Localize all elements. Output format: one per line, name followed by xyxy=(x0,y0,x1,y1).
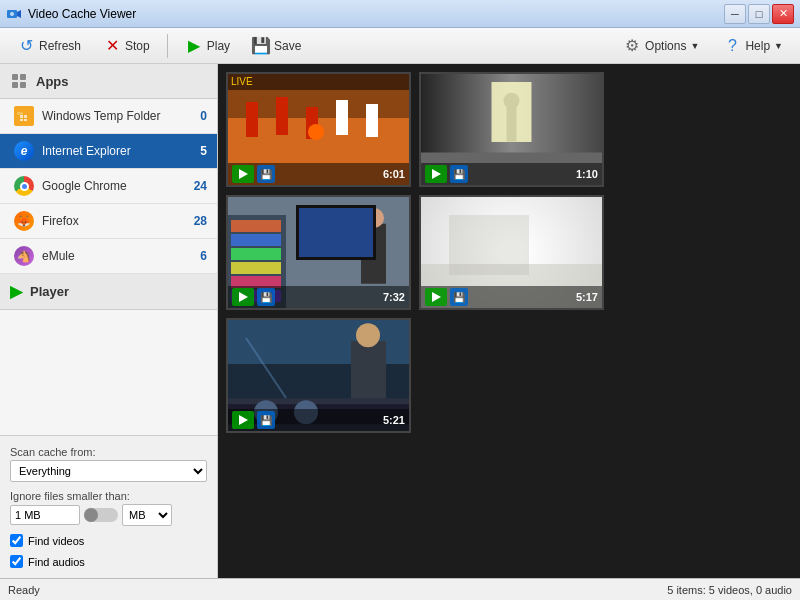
scan-cache-label: Scan cache from: xyxy=(10,446,207,458)
help-button[interactable]: ? Help ▼ xyxy=(714,33,792,59)
player-label: Player xyxy=(30,284,69,299)
video-play-btn-3[interactable] xyxy=(232,288,254,306)
save-button[interactable]: 💾 Save xyxy=(243,33,310,59)
windows-temp-count: 0 xyxy=(200,109,207,123)
title-controls: ─ □ ✕ xyxy=(724,4,794,24)
video-duration-3: 7:32 xyxy=(383,291,405,303)
stop-label: Stop xyxy=(125,39,150,53)
help-label: Help xyxy=(745,39,770,53)
scan-cache-section: Scan cache from: Everything xyxy=(10,446,207,482)
scan-cache-dropdown[interactable]: Everything xyxy=(10,460,207,482)
firefox-icon: 🦊 xyxy=(14,211,34,231)
player-section-header: ▶ Player xyxy=(0,274,217,310)
toolbar-right: ⚙ Options ▼ ? Help ▼ xyxy=(614,33,792,59)
ie-label: Internet Explorer xyxy=(42,144,192,158)
video-play-btn-5[interactable] xyxy=(232,411,254,429)
player-play-icon: ▶ xyxy=(10,282,22,301)
title-text: Video Cache Viewer xyxy=(28,7,136,21)
video-thumb-1[interactable]: 💾 6:01 xyxy=(226,72,411,187)
video-thumb-3[interactable]: 💾 7:32 xyxy=(226,195,411,310)
firefox-label: Firefox xyxy=(42,214,186,228)
sidebar-item-emule[interactable]: 🐴 eMule 6 xyxy=(0,239,217,274)
video-save-btn-3[interactable]: 💾 xyxy=(257,288,275,306)
video-thumb-4[interactable]: 💾 5:17 xyxy=(419,195,604,310)
video-duration-5: 5:21 xyxy=(383,414,405,426)
video-thumb-5[interactable]: 💾 5:21 xyxy=(226,318,411,433)
maximize-button[interactable]: □ xyxy=(748,4,770,24)
sidebar-item-firefox[interactable]: 🦊 Firefox 28 xyxy=(0,204,217,239)
sidebar-bottom-controls: Scan cache from: Everything Ignore files… xyxy=(0,435,217,578)
ignore-size-input[interactable] xyxy=(10,505,80,525)
chrome-label: Google Chrome xyxy=(42,179,186,193)
toggle-thumb xyxy=(84,508,98,522)
minimize-button[interactable]: ─ xyxy=(724,4,746,24)
chrome-count: 24 xyxy=(194,179,207,193)
find-audios-label: Find audios xyxy=(28,556,85,568)
svg-rect-10 xyxy=(24,115,27,118)
svg-rect-4 xyxy=(20,74,26,80)
video-duration-4: 5:17 xyxy=(576,291,598,303)
refresh-button[interactable]: ↺ Refresh xyxy=(8,33,90,59)
player-area xyxy=(0,310,217,435)
stop-button[interactable]: ✕ Stop xyxy=(94,33,159,59)
video-overlay-2: 💾 1:10 xyxy=(421,163,602,185)
options-label: Options xyxy=(645,39,686,53)
toolbar-separator-1 xyxy=(167,34,168,58)
windows-temp-label: Windows Temp Folder xyxy=(42,109,192,123)
help-chevron-icon: ▼ xyxy=(774,41,783,51)
video-play-btn-2[interactable] xyxy=(425,165,447,183)
find-videos-label: Find videos xyxy=(28,535,84,547)
find-videos-checkbox[interactable] xyxy=(10,534,23,547)
sidebar-item-internet-explorer[interactable]: e Internet Explorer 5 xyxy=(0,134,217,169)
svg-rect-6 xyxy=(20,82,26,88)
windows-temp-icon xyxy=(14,106,34,126)
play-icon: ▶ xyxy=(185,37,203,55)
status-text: Ready xyxy=(8,584,40,596)
video-thumb-2[interactable]: 💾 1:10 xyxy=(419,72,604,187)
refresh-label: Refresh xyxy=(39,39,81,53)
svg-rect-12 xyxy=(24,119,27,121)
emule-label: eMule xyxy=(42,249,192,263)
video-save-btn-4[interactable]: 💾 xyxy=(450,288,468,306)
ignore-size-row: MB xyxy=(10,504,207,526)
emule-icon: 🐴 xyxy=(14,246,34,266)
svg-rect-11 xyxy=(20,119,23,121)
app-icon xyxy=(6,6,22,22)
svg-rect-8 xyxy=(17,112,23,115)
video-play-btn-1[interactable] xyxy=(232,165,254,183)
play-label: Play xyxy=(207,39,230,53)
svg-rect-3 xyxy=(12,74,18,80)
close-button[interactable]: ✕ xyxy=(772,4,794,24)
options-button[interactable]: ⚙ Options ▼ xyxy=(614,33,708,59)
items-summary: 5 items: 5 videos, 0 audio xyxy=(667,584,792,596)
video-save-btn-2[interactable]: 💾 xyxy=(450,165,468,183)
help-icon: ? xyxy=(723,37,741,55)
emule-count: 6 xyxy=(200,249,207,263)
video-duration-1: 6:01 xyxy=(383,168,405,180)
svg-rect-9 xyxy=(20,115,23,118)
svg-point-2 xyxy=(10,12,14,16)
video-save-btn-1[interactable]: 💾 xyxy=(257,165,275,183)
svg-rect-5 xyxy=(12,82,18,88)
options-chevron-icon: ▼ xyxy=(690,41,699,51)
find-audios-checkbox[interactable] xyxy=(10,555,23,568)
ie-icon: e xyxy=(14,141,34,161)
video-save-btn-5[interactable]: 💾 xyxy=(257,411,275,429)
main-content: Apps Windows Temp Folder 0 e Intern xyxy=(0,64,800,578)
ignore-size-section: Ignore files smaller than: MB xyxy=(10,490,207,526)
video-overlay-3: 💾 7:32 xyxy=(228,286,409,308)
play-button[interactable]: ▶ Play xyxy=(176,33,239,59)
sidebar-item-windows-temp[interactable]: Windows Temp Folder 0 xyxy=(0,99,217,134)
sidebar-item-google-chrome[interactable]: Google Chrome 24 xyxy=(0,169,217,204)
save-label: Save xyxy=(274,39,301,53)
size-unit-dropdown[interactable]: MB xyxy=(122,504,172,526)
toolbar: ↺ Refresh ✕ Stop ▶ Play 💾 Save ⚙ Options… xyxy=(0,28,800,64)
find-audios-row: Find audios xyxy=(10,555,207,568)
video-duration-2: 1:10 xyxy=(576,168,598,180)
title-bar: Video Cache Viewer ─ □ ✕ xyxy=(0,0,800,28)
size-toggle[interactable] xyxy=(84,508,118,522)
refresh-icon: ↺ xyxy=(17,37,35,55)
video-play-btn-4[interactable] xyxy=(425,288,447,306)
ignore-files-label: Ignore files smaller than: xyxy=(10,490,207,502)
sidebar: Apps Windows Temp Folder 0 e Intern xyxy=(0,64,218,578)
